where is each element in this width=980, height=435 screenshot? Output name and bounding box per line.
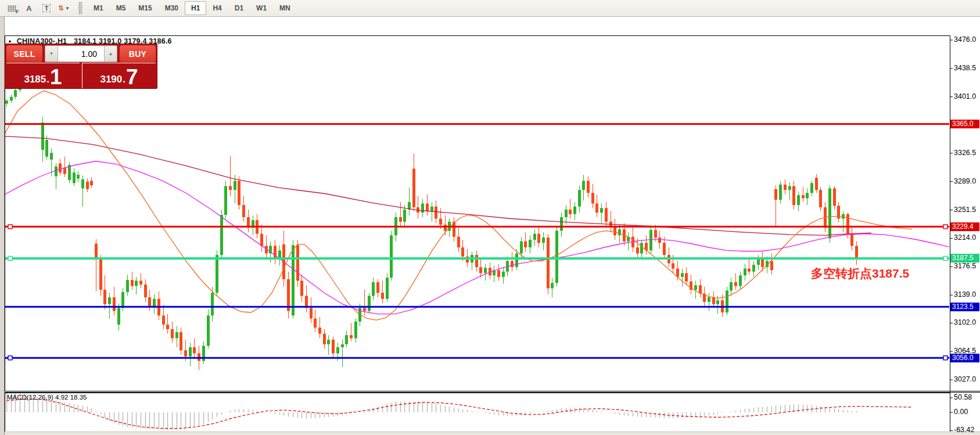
price-level-badge: 3123.5	[950, 303, 979, 311]
volume-increase-button[interactable]: ▲	[104, 46, 117, 62]
toolbar-drag-handle[interactable]	[78, 2, 82, 15]
sell-button[interactable]: SELL	[6, 45, 42, 62]
price-tick-label: 3326.5	[954, 149, 976, 157]
macd-tick-label: -63.42	[954, 426, 974, 434]
text-box-icon[interactable]: T	[38, 1, 55, 15]
price-tick-label: 3251.5	[954, 206, 976, 214]
timeframe-button-h4[interactable]: H4	[206, 1, 228, 15]
price-level-badge: 3187.5	[950, 254, 979, 263]
arrows-icon: ⇅	[58, 4, 64, 12]
grid-dots-icon: F	[8, 5, 16, 12]
timeframe-button-m15[interactable]: M15	[132, 1, 158, 15]
price-tick-label: 3438.5	[954, 64, 976, 72]
price-tick-label: 3401.0	[954, 92, 976, 100]
macd-indicator-label: MACD(12,26,9) 4.92 18.35	[7, 394, 87, 401]
volume-control: ▼ ▲	[45, 45, 117, 62]
letter-a-icon: A	[26, 4, 31, 13]
collapse-triangle-icon: ▲	[8, 38, 12, 44]
one-click-trading-panel: SELL ▼ ▲ BUY 3185.1 3190.7	[5, 44, 157, 89]
timeframe-button-m1[interactable]: M1	[87, 1, 110, 15]
timeframe-button-w1[interactable]: W1	[250, 1, 273, 15]
buy-button[interactable]: BUY	[120, 45, 156, 62]
timeframe-button-m5[interactable]: M5	[110, 1, 132, 15]
timeframe-button-h1[interactable]: H1	[185, 1, 206, 15]
window-bottom-edge	[0, 432, 980, 435]
price-tick-label: 3102.0	[954, 318, 976, 326]
toolbar: F A T ⇅ ▼ M1M5M15M30H1H4D1W1MN	[0, 0, 980, 17]
chart-window: ▲ CHINA300-,H1 3184.1 3191.0 3179.4 3186…	[0, 16, 980, 435]
price-tick-label: 3214.0	[954, 233, 976, 242]
volume-decrease-button[interactable]: ▼	[45, 46, 58, 62]
boxed-t-icon: T	[42, 4, 51, 12]
buy-price[interactable]: 3190.7	[82, 63, 156, 88]
price-level-badge: 3229.4	[950, 222, 979, 231]
price-tick-label: 3027.0	[954, 375, 976, 383]
text-label-icon[interactable]: A	[21, 1, 37, 15]
sell-price[interactable]: 3185.1	[6, 63, 80, 88]
price-tick-label: 3289.0	[954, 177, 976, 185]
price-level-badge: 3365.0	[950, 120, 979, 128]
annotation-text: 多空转折点3187.5	[811, 265, 909, 282]
arrow-objects-dropdown[interactable]: ⇅ ▼	[56, 1, 72, 15]
timeframe-button-d1[interactable]: D1	[228, 1, 250, 15]
price-level-badge: 3056.0	[950, 354, 979, 362]
price-tick-label: 3139.0	[954, 290, 976, 299]
chevron-down-icon: ▼	[65, 6, 70, 11]
timeframe-button-mn[interactable]: MN	[273, 1, 297, 15]
price-tick-label: 3476.0	[954, 35, 976, 44]
timeframe-button-m30[interactable]: M30	[159, 1, 185, 15]
macd-tick-label: 50.58	[954, 393, 972, 401]
macd-tick-label: 0.00	[954, 408, 968, 416]
window-left-edge	[0, 16, 5, 435]
volume-input[interactable]	[58, 46, 104, 62]
timeframe-buttons: M1M5M15M30H1H4D1W1MN	[87, 1, 297, 15]
price-tick-label: 3176.5	[954, 262, 976, 270]
fibonacci-icon[interactable]: F	[3, 1, 20, 15]
